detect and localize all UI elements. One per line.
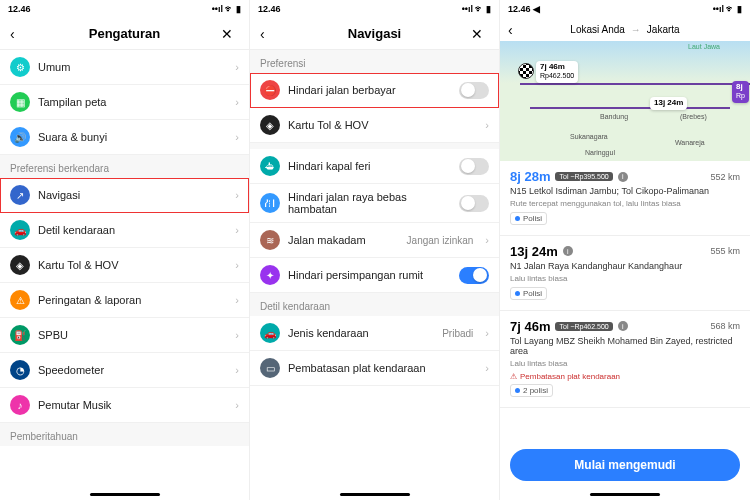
route-subtitle: Lalu lintas biasa [510, 274, 740, 283]
row-pemutar-musik[interactable]: ♪Pemutar Musik› [0, 388, 249, 423]
location-icon: ◀ [533, 4, 540, 14]
route-option[interactable]: 7j 46mTol ~Rp462.500i568 kmTol Layang MB… [500, 311, 750, 409]
row-navigasi[interactable]: ↗Navigasi› [0, 178, 249, 213]
section-header: Pemberitahuan [0, 423, 249, 446]
back-button[interactable]: ‹ [260, 26, 278, 42]
info-icon[interactable]: i [563, 246, 573, 256]
row-peringatan-laporan[interactable]: ⚠Peringatan & laporan› [0, 283, 249, 318]
home-indicator[interactable] [590, 493, 660, 496]
row-umum[interactable]: ⚙Umum› [0, 50, 249, 85]
row-icon: ✦ [260, 265, 280, 285]
route-tag: Polisi [510, 287, 547, 300]
row-value: Jangan izinkan [407, 235, 474, 246]
map-route-bubble[interactable]: 8jRp [732, 81, 749, 103]
map-route-bubble[interactable]: 7j 46mRp462.500 [536, 61, 578, 83]
row-icon: ⛽ [10, 325, 30, 345]
status-time: 12.46 [8, 4, 31, 14]
chevron-icon: › [235, 189, 239, 201]
route-description: N1 Jalan Raya Kandanghaur Kandanghaur [510, 261, 740, 272]
home-indicator[interactable] [340, 493, 410, 496]
info-icon[interactable]: i [618, 321, 628, 331]
row-label: Hindari persimpangan rumit [288, 269, 451, 281]
back-button[interactable]: ‹ [508, 22, 526, 38]
row-jenis-kendaraan[interactable]: 🚗Jenis kendaraanPribadi› [250, 316, 499, 351]
destination-flag-icon [518, 63, 534, 79]
screen-navigation-settings: 12.46 ••ılᯤ▮ ‹ Navigasi ✕ Preferensi⛔Hin… [250, 0, 500, 500]
toggle[interactable] [459, 195, 489, 212]
chevron-icon: › [235, 224, 239, 236]
chevron-icon: › [235, 61, 239, 73]
row-label: Jenis kendaraan [288, 327, 434, 339]
close-button[interactable]: ✕ [221, 26, 239, 42]
status-bar: 12.46◀ ••ılᯤ▮ [500, 0, 750, 18]
map-route-bubble[interactable]: 13j 24m [650, 97, 687, 110]
row-detil-kendaraan[interactable]: 🚗Detil kendaraan› [0, 213, 249, 248]
route-option[interactable]: 13j 24mi555 kmN1 Jalan Raya Kandanghaur … [500, 236, 750, 311]
row-icon: ⛔ [260, 80, 280, 100]
info-icon[interactable]: i [618, 172, 628, 182]
row-icon: 🔊 [10, 127, 30, 147]
navigation-prefs-list[interactable]: Preferensi⛔Hindari jalan berbayar◈Kartu … [250, 50, 499, 489]
row-icon: ⛙ [260, 193, 280, 213]
row-hindari-jalan-berbayar[interactable]: ⛔Hindari jalan berbayar [250, 73, 499, 108]
route-header[interactable]: ‹ Lokasi Anda → Jakarta [500, 18, 750, 41]
row-pembatasan-plat-kendaraan[interactable]: ▭Pembatasan plat kendaraan› [250, 351, 499, 386]
toll-badge: Tol ~Rp395.500 [555, 172, 612, 181]
row-spbu[interactable]: ⛽SPBU› [0, 318, 249, 353]
status-bar: 12.46 ••ılᯤ▮ [0, 0, 249, 18]
row-label: Pemutar Musik [38, 399, 227, 411]
route-to[interactable]: Jakarta [647, 24, 680, 35]
row-suara-bunyi[interactable]: 🔊Suara & bunyi› [0, 120, 249, 155]
row-tampilan-peta[interactable]: ▦Tampilan peta› [0, 85, 249, 120]
screen-settings: 12.46 ••ılᯤ▮ ‹ Pengaturan ✕ ⚙Umum›▦Tampi… [0, 0, 250, 500]
row-icon: ▦ [10, 92, 30, 112]
chevron-icon: › [235, 399, 239, 411]
route-time: 8j 28m [510, 169, 550, 184]
route-list[interactable]: 8j 28mTol ~Rp395.500i552 kmN15 Letkol Is… [500, 161, 750, 441]
wifi-icon: ᯤ [726, 4, 735, 14]
map-city-label: (Brebes) [680, 113, 707, 120]
section-header: Detil kendaraan [250, 293, 499, 316]
toggle[interactable] [459, 82, 489, 99]
battery-icon: ▮ [236, 4, 241, 14]
chevron-icon: › [235, 259, 239, 271]
route-warning: ⚠ Pembatasan plat kendaraan [510, 372, 740, 381]
row-label: SPBU [38, 329, 227, 341]
row-kartu-tol-hov[interactable]: ◈Kartu Tol & HOV› [250, 108, 499, 143]
route-distance: 555 km [710, 246, 740, 256]
map[interactable]: Laut JawaBandungSukanagaraNaringgul(Breb… [500, 41, 750, 161]
row-speedometer[interactable]: ◔Speedometer› [0, 353, 249, 388]
close-button[interactable]: ✕ [471, 26, 489, 42]
warning-icon: ⚠ [510, 372, 517, 381]
route-option[interactable]: 8j 28mTol ~Rp395.500i552 kmN15 Letkol Is… [500, 161, 750, 236]
chevron-icon: › [235, 294, 239, 306]
row-hindari-persimpangan-rumit[interactable]: ✦Hindari persimpangan rumit [250, 258, 499, 293]
map-city-label: Wanareja [675, 139, 705, 146]
signal-icon: ••ıl [212, 4, 223, 14]
route-distance: 552 km [710, 172, 740, 182]
status-time: 12.46 [508, 4, 531, 14]
row-hindari-jalan-raya-bebas-hambatan[interactable]: ⛙Hindari jalan raya bebas hambatan [250, 184, 499, 223]
map-city-label: Naringgul [585, 149, 615, 156]
row-label: Detil kendaraan [38, 224, 227, 236]
row-icon: 🚗 [260, 323, 280, 343]
nav-header: ‹ Pengaturan ✕ [0, 18, 249, 50]
home-indicator[interactable] [90, 493, 160, 496]
row-label: Suara & bunyi [38, 131, 227, 143]
toggle[interactable] [459, 267, 489, 284]
battery-icon: ▮ [486, 4, 491, 14]
row-kartu-tol-hov[interactable]: ◈Kartu Tol & HOV› [0, 248, 249, 283]
route-time: 13j 24m [510, 244, 558, 259]
row-hindari-kapal-feri[interactable]: ⛴Hindari kapal feri [250, 149, 499, 184]
back-button[interactable]: ‹ [10, 26, 28, 42]
start-driving-button[interactable]: Mulai mengemudi [510, 449, 740, 481]
row-label: Tampilan peta [38, 96, 227, 108]
row-icon: ♪ [10, 395, 30, 415]
map-city-label: Sukanagara [570, 133, 608, 140]
route-from[interactable]: Lokasi Anda [570, 24, 625, 35]
settings-list[interactable]: ⚙Umum›▦Tampilan peta›🔊Suara & bunyi›Pref… [0, 50, 249, 489]
row-icon: ↗ [10, 185, 30, 205]
row-jalan-makadam[interactable]: ≋Jalan makadamJangan izinkan› [250, 223, 499, 258]
toggle[interactable] [459, 158, 489, 175]
row-icon: ▭ [260, 358, 280, 378]
